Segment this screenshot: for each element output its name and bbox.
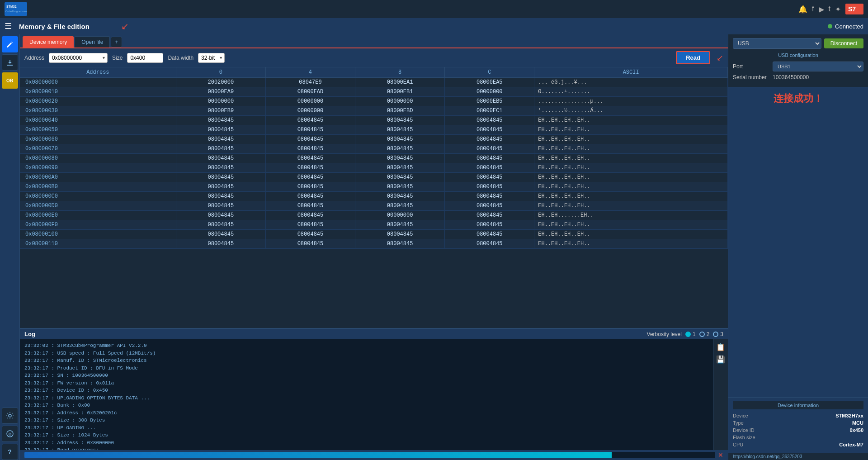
cell-ascii[interactable]: EH..EH..EH..EH..	[534, 230, 728, 239]
cell-data[interactable]: 08004845	[176, 211, 265, 220]
cell-data[interactable]: 08004845	[176, 173, 265, 182]
cell-address[interactable]: 0x080000A0	[20, 173, 176, 182]
cell-ascii[interactable]: EH..EH..EH..EH..	[534, 154, 728, 163]
verbosity-3[interactable]: 3	[713, 331, 723, 337]
cell-data[interactable]: 08000EA5	[445, 78, 534, 87]
cell-data[interactable]: 08004845	[176, 163, 265, 173]
cell-data[interactable]: 08004845	[265, 192, 355, 201]
cell-data[interactable]: 08004845	[445, 220, 534, 230]
cell-address[interactable]: 0x080000D0	[20, 201, 176, 211]
cell-data[interactable]: 00000000	[265, 97, 355, 106]
cell-address[interactable]: 0x08000110	[20, 239, 176, 249]
cell-address[interactable]: 0x08000100	[20, 230, 176, 239]
cell-data[interactable]: 08004845	[176, 239, 265, 249]
cell-ascii[interactable]: EH..EH..EH..EH..	[534, 125, 728, 135]
cell-data[interactable]: 08004845	[445, 154, 534, 163]
cell-data[interactable]: 08004845	[265, 239, 355, 249]
cell-data[interactable]: 08004845	[445, 116, 534, 125]
cell-address[interactable]: 0x080000C0	[20, 192, 176, 201]
cell-ascii[interactable]: EH..EH..EH..EH..	[534, 135, 728, 144]
cell-data[interactable]: 08000EBD	[355, 106, 445, 116]
cell-ascii[interactable]: EH..EH..EH..EH..	[534, 144, 728, 154]
cell-data[interactable]: 08004845	[355, 220, 445, 230]
cell-address[interactable]: 0x08000020	[20, 97, 176, 106]
cell-address[interactable]: 0x08000060	[20, 135, 176, 144]
cell-data[interactable]: 08004845	[176, 154, 265, 163]
cell-data[interactable]: 08004845	[445, 211, 534, 220]
notification-icon[interactable]: 🔔	[798, 5, 807, 14]
cell-address[interactable]: 0x08000090	[20, 163, 176, 173]
cell-ascii[interactable]: EH..EH..EH..EH..	[534, 192, 728, 201]
cell-data[interactable]: 08004845	[176, 201, 265, 211]
youtube-icon[interactable]: ▶	[819, 5, 824, 14]
cell-data[interactable]: 08004845	[176, 230, 265, 239]
cell-address[interactable]: 0x08000070	[20, 144, 176, 154]
tab-device-memory[interactable]: Device memory	[23, 36, 74, 47]
cell-address[interactable]: 0x080000F0	[20, 220, 176, 230]
cell-ascii[interactable]: EH..EH..EH..EH..	[534, 239, 728, 249]
cell-data[interactable]: 08004845	[445, 163, 534, 173]
radio-dot-2[interactable]	[699, 332, 705, 337]
cell-data[interactable]: 08004845	[265, 173, 355, 182]
cell-data[interactable]: 08004845	[265, 154, 355, 163]
verbosity-2[interactable]: 2	[699, 331, 710, 337]
cell-data[interactable]: 08004845	[445, 135, 534, 144]
cell-data[interactable]: 08004845	[265, 211, 355, 220]
cell-data[interactable]: 08004845	[355, 192, 445, 201]
tab-add-button[interactable]: +	[111, 37, 122, 47]
twitter-icon[interactable]: t	[829, 5, 830, 13]
cell-data[interactable]: 08004845	[445, 125, 534, 135]
cell-data[interactable]: 08004845	[445, 173, 534, 182]
cell-address[interactable]: 0x08000010	[20, 87, 176, 97]
cell-data[interactable]: 08004845	[445, 182, 534, 192]
usb-select[interactable]: USB	[733, 38, 821, 49]
cell-data[interactable]: 00000000	[355, 97, 445, 106]
cell-data[interactable]: 08004845	[176, 192, 265, 201]
cell-ascii[interactable]: EH..EH..EH..EH..	[534, 182, 728, 192]
cell-address[interactable]: 0x08000030	[20, 106, 176, 116]
cell-data[interactable]: 20020000	[176, 78, 265, 87]
cell-data[interactable]: 08004845	[445, 201, 534, 211]
port-select[interactable]: USB1	[773, 62, 863, 71]
radio-dot-1[interactable]	[685, 332, 691, 337]
sidebar-btn-help[interactable]: ?	[2, 444, 18, 460]
cell-data[interactable]: 08004845	[355, 154, 445, 163]
sidebar-btn-settings[interactable]	[2, 408, 18, 424]
star-icon[interactable]: ✦	[835, 5, 841, 14]
cell-address[interactable]: 0x08000080	[20, 154, 176, 163]
cell-data[interactable]: 08000EAD	[265, 87, 355, 97]
cell-data[interactable]: 00000000	[355, 211, 445, 220]
cell-data[interactable]: 00000000	[445, 87, 534, 97]
cell-data[interactable]: 08000EA9	[176, 87, 265, 97]
cell-data[interactable]: 00000000	[265, 106, 355, 116]
cell-ascii[interactable]: EH..EH..EH..EH..	[534, 163, 728, 173]
tab-open-file[interactable]: Open file	[75, 36, 110, 47]
cell-ascii[interactable]: '.......½.......Á...	[534, 106, 728, 116]
cell-data[interactable]: 08004845	[355, 230, 445, 239]
cell-data[interactable]: 08004845	[355, 173, 445, 182]
cell-data[interactable]: 08047E9	[265, 78, 355, 87]
facebook-icon[interactable]: f	[812, 5, 814, 13]
cell-data[interactable]: 08000EB9	[176, 106, 265, 116]
log-save-icon[interactable]: 💾	[715, 354, 726, 365]
cell-ascii[interactable]: EH..EH..EH..EH..	[534, 220, 728, 230]
cell-data[interactable]: 08000EA1	[355, 78, 445, 87]
close-progress-button[interactable]: ✕	[718, 451, 723, 459]
cell-data[interactable]: 00000000	[176, 97, 265, 106]
read-button[interactable]: Read	[676, 51, 710, 64]
cell-data[interactable]: 08004845	[176, 220, 265, 230]
cell-data[interactable]: 08004845	[355, 135, 445, 144]
cell-ascii[interactable]: Θ.......±.......	[534, 87, 728, 97]
cell-data[interactable]: 08004845	[265, 163, 355, 173]
cell-data[interactable]: 08000EB5	[445, 97, 534, 106]
cell-data[interactable]: 08004845	[445, 144, 534, 154]
cell-data[interactable]: 08004845	[176, 144, 265, 154]
cell-data[interactable]: 08004845	[265, 135, 355, 144]
cell-data[interactable]: 08004845	[176, 125, 265, 135]
sidebar-btn-security[interactable]: ⚙	[2, 426, 18, 442]
cell-address[interactable]: 0x08000000	[20, 78, 176, 87]
cell-ascii[interactable]: EH..EH..EH..EH..	[534, 173, 728, 182]
data-width-select[interactable]: 32-bit 16-bit 8-bit	[198, 53, 225, 63]
cell-data[interactable]: 08004845	[355, 182, 445, 192]
menu-icon[interactable]: ☰	[5, 21, 12, 31]
